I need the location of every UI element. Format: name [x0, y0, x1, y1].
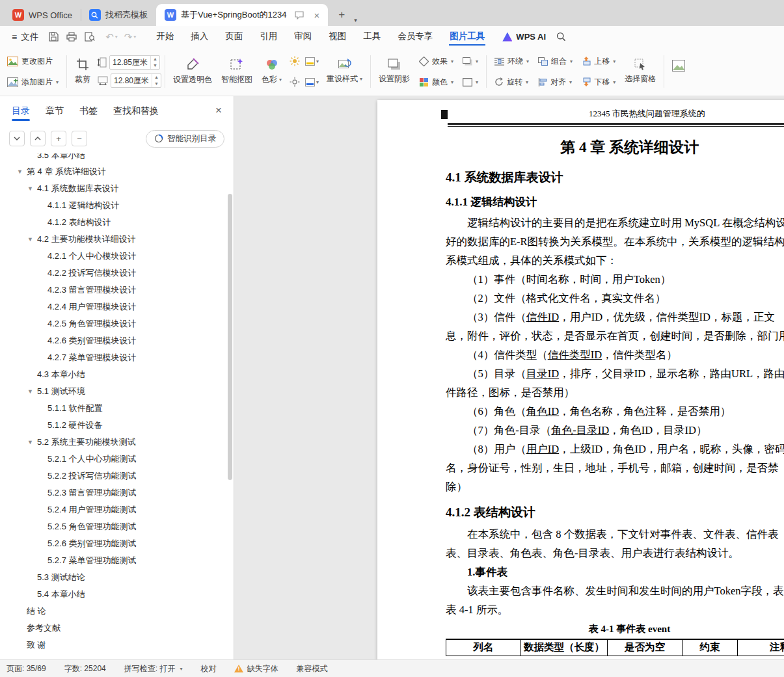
menu-item-page[interactable]: 页面: [217, 26, 251, 47]
heading-4-1-1[interactable]: 4.1.1 逻辑结构设计: [446, 194, 784, 209]
zoom-out-level-button[interactable]: −: [72, 131, 87, 146]
table-header-cell[interactable]: 是否为空: [608, 639, 683, 656]
doc-line[interactable]: 系模式组成，具体的关系模式如下：: [446, 251, 784, 270]
heading-4-1-2[interactable]: 4.1.2 表结构设计: [446, 504, 784, 521]
menu-item-member[interactable]: 会员专享: [389, 26, 441, 47]
toc-item[interactable]: ▼5.1 测试环境: [0, 383, 234, 400]
doc-line[interactable]: 除）: [446, 477, 784, 496]
toc-item[interactable]: 5.2.7 菜单管理功能测试: [0, 552, 234, 569]
page-indicator[interactable]: 页面: 35/69: [7, 663, 46, 674]
toc-item[interactable]: 参考文献: [0, 620, 234, 637]
reset-style-button[interactable]: 重设样式 ▾: [322, 49, 367, 94]
toc-item[interactable]: 5.2.3 留言管理功能测试: [0, 485, 234, 501]
shadow-style-button[interactable]: ▾: [459, 56, 481, 67]
picture-effects-button[interactable]: 效果 ▾: [416, 55, 457, 68]
doc-line[interactable]: 件路径，图标，是否禁用）: [446, 383, 784, 402]
color-adjust-dropdown-icon[interactable]: ▾: [279, 77, 282, 83]
word-count[interactable]: 字数: 25204: [64, 663, 106, 674]
picture-height-input[interactable]: [110, 58, 150, 67]
picture-color-dropdown-icon[interactable]: ▾: [451, 79, 453, 85]
wps-ai-button[interactable]: WPS AI: [502, 32, 546, 42]
table-header-cell[interactable]: 数据类型（长度）: [521, 639, 608, 656]
toc-item[interactable]: 3.5 本章小结: [0, 153, 234, 163]
toc-item[interactable]: 4.1.1 逻辑结构设计: [0, 197, 234, 214]
toc-item[interactable]: 5.2.5 角色管理功能测试: [0, 518, 234, 535]
brightness-down-button[interactable]: [288, 75, 302, 88]
picture-width-stepper[interactable]: ▲▼: [152, 74, 161, 87]
fill-color-button[interactable]: ▾: [303, 56, 321, 67]
menu-item-view[interactable]: 视图: [320, 26, 355, 47]
bring-forward-dropdown-icon[interactable]: ▾: [613, 59, 615, 64]
toc-item[interactable]: ▼第 4 章 系统详细设计: [0, 163, 234, 180]
doc-line[interactable]: 表 4-1 所示。: [446, 600, 784, 619]
picture-color-button[interactable]: 颜色 ▾: [416, 75, 457, 89]
toc-item[interactable]: 4.2.3 留言管理模块设计: [0, 282, 234, 299]
document-page[interactable]: 12345 市民热线问题管理系统的 第 4 章 系统详细设计 4.1 系统数据库…: [377, 100, 784, 659]
compatibility-mode-indicator[interactable]: 兼容模式: [296, 663, 327, 674]
group-button[interactable]: 组合 ▾: [535, 55, 576, 68]
toc-item[interactable]: ▼5.2 系统主要功能模块测试: [0, 434, 234, 451]
selection-pane-button[interactable]: 选择窗格: [620, 49, 660, 94]
redo-dropdown-icon[interactable]: ▾: [133, 34, 136, 40]
clipped-ribbon-button[interactable]: [668, 49, 690, 94]
toc-item[interactable]: 4.2.6 类别管理模块设计: [0, 332, 234, 349]
align-button[interactable]: 对齐 ▾: [535, 75, 576, 89]
missing-font-warning[interactable]: 缺失字体: [234, 663, 278, 674]
picture-border-dropdown-icon[interactable]: ▾: [476, 79, 478, 85]
sidebar-scrollbar[interactable]: [228, 194, 232, 480]
doc-line[interactable]: （2）文件（格式化文件名，真实文件名）: [446, 289, 784, 308]
doc-line[interactable]: 好的数据库的E-R图转换为关系模型。在本系统中，关系模型的逻辑结构是: [446, 232, 784, 251]
outline-color-button[interactable]: ▾: [303, 77, 321, 88]
new-tab-dropdown-icon[interactable]: ▾: [350, 17, 361, 23]
redo-button[interactable]: ↷: [124, 31, 133, 43]
smart-recognize-toc-button[interactable]: 智能识别目录: [146, 130, 224, 148]
collapse-all-button[interactable]: [30, 131, 46, 146]
toc-item[interactable]: 结 论: [0, 603, 234, 620]
doc-line[interactable]: （1）事件（时间名称，时间，用户Token）: [446, 270, 784, 289]
toc-item[interactable]: 4.2.4 用户管理模块设计: [0, 299, 234, 315]
event-table[interactable]: 列名数据类型（长度）是否为空约束注释: [446, 639, 784, 656]
group-dropdown-icon[interactable]: ▾: [570, 59, 573, 64]
doc-line[interactable]: （6）角色（角色ID，角色名称，角色注释，是否禁用）: [446, 402, 784, 421]
menu-item-tools[interactable]: 工具: [355, 26, 389, 47]
picture-width-input[interactable]: [111, 76, 152, 85]
menu-item-home[interactable]: 开始: [148, 26, 182, 47]
sidebar-tab-catalog[interactable]: 目录: [12, 96, 30, 125]
rotate-button[interactable]: 旋转 ▾: [491, 75, 532, 89]
print-button[interactable]: [66, 32, 77, 42]
tab-wps-office[interactable]: W WPS Office: [4, 4, 81, 26]
undo-button[interactable]: ↶: [105, 31, 114, 43]
reset-style-dropdown-icon[interactable]: ▾: [360, 76, 362, 82]
toc-item[interactable]: 4.1.2 表结构设计: [0, 214, 234, 231]
rotate-dropdown-icon[interactable]: ▾: [526, 79, 528, 85]
toc-item[interactable]: ▼4.1 系统数据库表设计: [0, 180, 234, 197]
document-canvas[interactable]: 12345 市民热线问题管理系统的 第 4 章 系统详细设计 4.1 系统数据库…: [234, 96, 784, 659]
text-wrap-dropdown-icon[interactable]: ▾: [526, 59, 529, 64]
print-preview-button[interactable]: [85, 32, 95, 42]
sidebar-tab-find-replace[interactable]: 查找和替换: [113, 96, 159, 125]
effects-dropdown-icon[interactable]: ▾: [451, 59, 453, 64]
set-shadow-button[interactable]: 设置阴影: [374, 49, 414, 94]
doc-line[interactable]: 表、目录表、角色表、角色-目录表、用户表进行表结构设计。: [446, 544, 784, 563]
toc-item[interactable]: 5.1.1 软件配置: [0, 400, 234, 417]
spell-check-dropdown-icon[interactable]: ▾: [180, 666, 182, 672]
menu-item-picture-tools[interactable]: 图片工具: [441, 26, 493, 47]
toc-collapse-icon[interactable]: ▼: [27, 236, 37, 243]
search-icon[interactable]: [556, 32, 566, 42]
align-dropdown-icon[interactable]: ▾: [569, 79, 572, 85]
menu-item-review[interactable]: 审阅: [286, 26, 320, 47]
send-backward-dropdown-icon[interactable]: ▾: [613, 79, 615, 85]
toc-item[interactable]: 5.2.1 个人中心功能测试: [0, 451, 234, 468]
doc-line[interactable]: （8）用户（用户ID，上级ID，角色ID，用户名，昵称，头像，密码: [446, 440, 784, 458]
file-menu-button[interactable]: ≡ 文件: [5, 31, 45, 43]
smart-cutout-button[interactable]: 智能抠图: [217, 49, 257, 94]
toc-item[interactable]: 4.2.5 角色管理模块设计: [0, 315, 234, 332]
doc-line[interactable]: （7）角色-目录（角色-目录ID，角色ID，目录ID）: [446, 421, 784, 440]
spell-check-toggle[interactable]: 拼写检查: 打开 ▾: [124, 663, 183, 674]
shadow-style-dropdown-icon[interactable]: ▾: [476, 59, 478, 64]
toc-collapse-icon[interactable]: ▼: [27, 388, 37, 395]
toc-item[interactable]: 致 谢: [0, 637, 234, 654]
fill-color-dropdown-icon[interactable]: ▾: [316, 59, 319, 64]
table-header-cell[interactable]: 约束: [683, 639, 738, 656]
doc-line[interactable]: 息，附件，评价，状态，是否显示在首页，创建时间，是否删除，部门用: [446, 326, 784, 345]
